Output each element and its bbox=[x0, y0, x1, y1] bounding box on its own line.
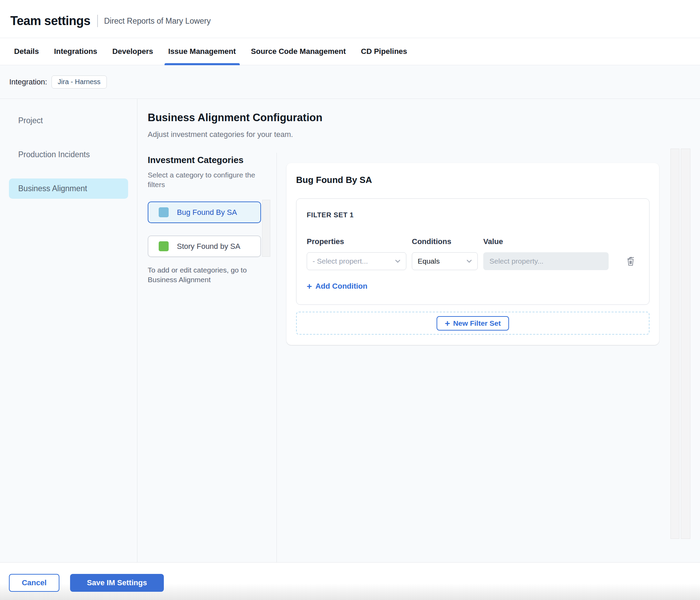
category-filter-card: Bug Found By SA FILTER SET 1 Properties … bbox=[286, 163, 659, 345]
filter-column-labels: Properties Conditions Value bbox=[307, 237, 639, 246]
trash-icon bbox=[626, 256, 635, 266]
tab-bar: Details Integrations Developers Issue Ma… bbox=[0, 38, 700, 65]
properties-column-label: Properties bbox=[307, 237, 406, 246]
category-label: Story Found by SA bbox=[177, 242, 240, 251]
categories-footnote: To add or edit categories, go to Busines… bbox=[148, 265, 264, 285]
add-condition-button[interactable]: + Add Condition bbox=[307, 282, 368, 291]
category-color-swatch-green bbox=[159, 241, 169, 251]
section-title: Business Alignment Configuration bbox=[148, 112, 690, 124]
new-filter-set-dropzone: + New Filter Set bbox=[296, 312, 650, 335]
settings-sidebar: Project Production Incidents Business Al… bbox=[0, 99, 137, 562]
conditions-column-label: Conditions bbox=[412, 237, 478, 246]
new-filter-set-button[interactable]: + New Filter Set bbox=[437, 316, 509, 331]
tab-integrations[interactable]: Integrations bbox=[50, 38, 101, 65]
tab-source-code-management[interactable]: Source Code Management bbox=[247, 38, 350, 65]
tab-cd-pipelines[interactable]: CD Pipelines bbox=[357, 38, 411, 65]
title-row: Team settings Direct Reports of Mary Low… bbox=[0, 0, 700, 38]
filter-condition-row: - Select propert... Equals bbox=[307, 252, 639, 270]
chevron-down-icon bbox=[466, 259, 472, 263]
tab-issue-management[interactable]: Issue Management bbox=[165, 38, 240, 65]
category-story-found-by-sa[interactable]: Story Found by SA bbox=[148, 235, 261, 257]
delete-condition-button[interactable] bbox=[624, 254, 637, 268]
tab-details[interactable]: Details bbox=[10, 38, 43, 65]
category-label: Bug Found By SA bbox=[177, 208, 237, 217]
title-separator bbox=[97, 15, 98, 27]
investment-categories-panel: Investment Categories Select a category … bbox=[137, 153, 277, 562]
property-select[interactable]: - Select propert... bbox=[307, 252, 406, 270]
footer-bar: Cancel Save IM Settings bbox=[0, 562, 700, 600]
value-column-label: Value bbox=[483, 237, 609, 246]
team-settings-page: Team settings Direct Reports of Mary Low… bbox=[0, 0, 700, 600]
integration-chip[interactable]: Jira - Harness bbox=[52, 76, 106, 89]
main-area: Business Alignment Configuration Adjust … bbox=[137, 99, 700, 562]
tab-developers[interactable]: Developers bbox=[109, 38, 157, 65]
sidebar-item-production-incidents[interactable]: Production Incidents bbox=[9, 145, 128, 165]
condition-select[interactable]: Equals bbox=[412, 252, 478, 270]
category-color-swatch-blue bbox=[159, 207, 169, 217]
category-list-scrollbar[interactable] bbox=[262, 200, 270, 257]
filter-card-title: Bug Found By SA bbox=[296, 175, 650, 185]
new-filter-set-label: New Filter Set bbox=[453, 319, 501, 327]
page-title: Team settings bbox=[10, 14, 90, 28]
plus-icon: + bbox=[307, 283, 312, 290]
categories-title: Investment Categories bbox=[148, 155, 276, 165]
filter-set-title: FILTER SET 1 bbox=[307, 211, 639, 219]
save-im-settings-button[interactable]: Save IM Settings bbox=[70, 574, 164, 592]
categories-hint: Select a category to configure the filte… bbox=[148, 170, 268, 189]
outer-scrollbar-track[interactable] bbox=[681, 149, 690, 539]
sidebar-item-project[interactable]: Project bbox=[9, 111, 128, 131]
section-subtitle: Adjust investment categories for your te… bbox=[148, 130, 690, 139]
plus-icon: + bbox=[445, 320, 450, 327]
cancel-button[interactable]: Cancel bbox=[9, 574, 59, 592]
main-header: Business Alignment Configuration Adjust … bbox=[137, 99, 700, 153]
sidebar-item-business-alignment[interactable]: Business Alignment bbox=[9, 178, 128, 199]
chevron-down-icon bbox=[395, 259, 400, 263]
value-input[interactable] bbox=[483, 252, 609, 270]
page-header: Team settings Direct Reports of Mary Low… bbox=[0, 0, 700, 65]
add-condition-label: Add Condition bbox=[315, 282, 368, 291]
condition-select-value: Equals bbox=[418, 257, 440, 265]
filter-set-1: FILTER SET 1 Properties Conditions Value… bbox=[296, 198, 650, 305]
filter-column: Bug Found By SA FILTER SET 1 Properties … bbox=[277, 153, 700, 562]
integration-label: Integration: bbox=[9, 78, 47, 86]
property-select-placeholder: - Select propert... bbox=[313, 257, 368, 265]
integration-row: Integration: Jira - Harness bbox=[0, 65, 700, 99]
section-row: Investment Categories Select a category … bbox=[137, 153, 700, 562]
inner-scrollbar-track[interactable] bbox=[670, 149, 679, 539]
page-subtitle: Direct Reports of Mary Lowery bbox=[104, 16, 211, 26]
category-bug-found-by-sa[interactable]: Bug Found By SA bbox=[148, 201, 261, 223]
content-area: Project Production Incidents Business Al… bbox=[0, 99, 700, 562]
